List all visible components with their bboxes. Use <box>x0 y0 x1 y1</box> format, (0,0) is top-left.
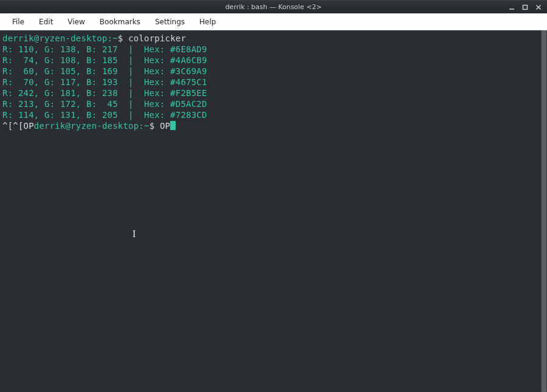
scrollbar-thumb[interactable] <box>542 30 546 392</box>
color-output-line: R: 242, G: 181, B: 238 | Hex: #F2B5EE <box>2 88 537 98</box>
minimize-icon[interactable] <box>508 4 515 11</box>
window-titlebar: derrik : bash — Konsole <2> <box>0 0 547 13</box>
menu-help[interactable]: Help <box>192 15 223 29</box>
maximize-icon[interactable] <box>521 4 529 11</box>
window-title: derrik : bash — Konsole <2> <box>0 3 547 11</box>
menu-bookmarks[interactable]: Bookmarks <box>92 15 148 29</box>
close-icon[interactable] <box>535 4 542 11</box>
menu-settings[interactable]: Settings <box>148 15 192 29</box>
color-output-line: R: 70, G: 117, B: 193 | Hex: #4675C1 <box>2 77 537 88</box>
scrollbar-track[interactable] <box>541 30 547 392</box>
menu-bar: File Edit View Bookmarks Settings Help <box>0 13 547 30</box>
menu-file[interactable]: File <box>5 15 32 29</box>
color-output-line: R: 60, G: 105, B: 169 | Hex: #3C69A9 <box>2 66 537 77</box>
menu-view[interactable]: View <box>60 15 92 29</box>
color-output-line: R: 74, G: 108, B: 185 | Hex: #4A6CB9 <box>2 55 537 66</box>
color-output-line: R: 114, G: 131, B: 205 | Hex: #7283CD <box>2 109 537 120</box>
menu-edit[interactable]: Edit <box>32 15 60 29</box>
svg-rect-1 <box>523 5 528 9</box>
color-output-line: R: 213, G: 172, B: 45 | Hex: #D5AC2D <box>2 98 537 109</box>
terminal-line: ^[^[OPderrik@ryzen-desktop:~$ OP <box>2 120 537 131</box>
terminal-container: derrik@ryzen-desktop:~$ colorpickerR: 11… <box>0 30 547 392</box>
terminal-line: derrik@ryzen-desktop:~$ colorpicker <box>2 33 537 44</box>
window-controls <box>508 4 547 11</box>
color-output-line: R: 110, G: 138, B: 217 | Hex: #6E8AD9 <box>2 44 537 55</box>
block-cursor <box>170 121 176 130</box>
terminal-output[interactable]: derrik@ryzen-desktop:~$ colorpickerR: 11… <box>0 30 541 392</box>
